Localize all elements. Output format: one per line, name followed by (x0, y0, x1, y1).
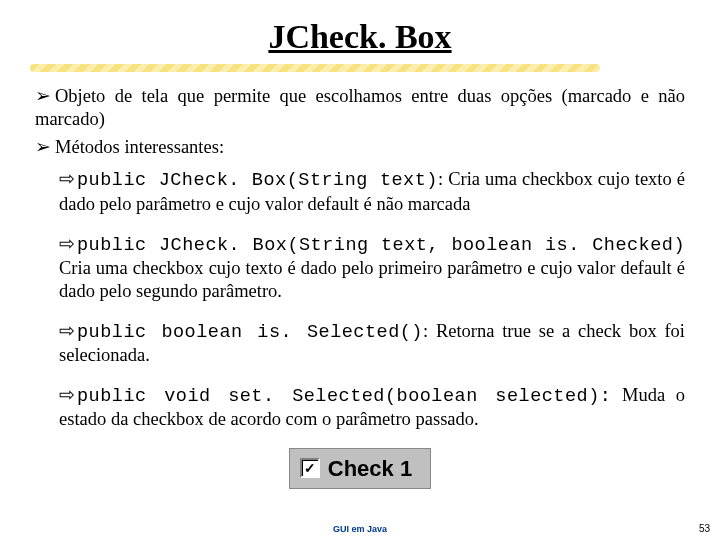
slide-body: ➢Objeto de tela que permite que escolham… (0, 72, 720, 489)
checkbox-demo: ✓ Check 1 (35, 448, 685, 490)
method-signature: public JCheck. Box(String text) (77, 170, 438, 191)
checkbox-box[interactable]: ✓ (300, 458, 320, 478)
bullet-text: Métodos interessantes: (55, 137, 224, 157)
method-signature: public boolean is. Selected() (77, 322, 423, 343)
arrow-icon: ⇨ (59, 319, 75, 342)
footer-text: GUI em Java (0, 524, 720, 534)
page-number: 53 (699, 523, 710, 534)
slide-title: JCheck. Box (268, 18, 451, 56)
method-signature: public JCheck. Box(String text, boolean … (77, 235, 685, 256)
title-accent (30, 64, 600, 72)
arrow-icon: ⇨ (59, 167, 75, 190)
bullet-icon: ➢ (35, 84, 51, 107)
method-desc: Cria uma checkbox cujo texto é dado pelo… (59, 258, 685, 301)
arrow-icon: ⇨ (59, 232, 75, 255)
checkbox-label: Check 1 (328, 455, 412, 483)
check-icon: ✓ (304, 461, 316, 475)
arrow-icon: ⇨ (59, 383, 75, 406)
bullet-icon: ➢ (35, 135, 51, 158)
bullet-text: Objeto de tela que permite que escolhamo… (35, 86, 685, 129)
method-signature: public void set. Selected(boolean select… (77, 386, 611, 407)
